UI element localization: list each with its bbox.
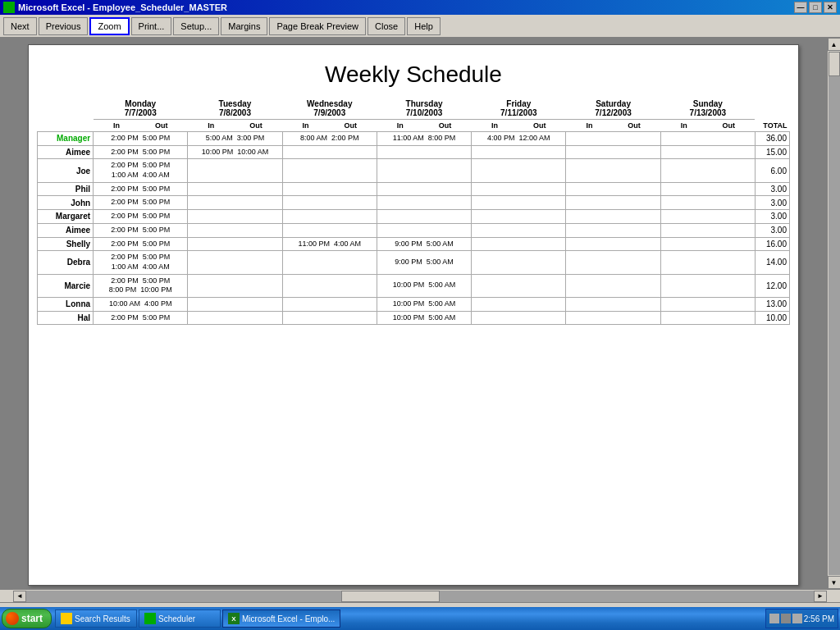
page-area[interactable]: Weekly Schedule Monday 7/7/2003 Tuesday … [0, 38, 827, 589]
monday-cell: 2:00 PM 5:00 PM8:00 PM 10:00 PM [94, 274, 188, 297]
thursday-cell [377, 159, 471, 182]
monday-cell: 2:00 PM 5:00 PM1:00 AM 4:00 AM [94, 159, 188, 182]
taskbar-items: Search Results Scheduler X Microsoft Exc… [55, 609, 765, 628]
horizontal-scrollbar[interactable]: ◄ ► [0, 589, 840, 602]
print-page: Weekly Schedule Monday 7/7/2003 Tuesday … [28, 44, 799, 586]
sunday-cell [660, 159, 755, 182]
total-cell: 6.00 [755, 159, 789, 182]
vertical-scrollbar[interactable]: ▲ ▼ [827, 38, 840, 589]
thursday-cell: 10:00 PM 5:00 AM [377, 311, 471, 325]
sunday-cell [660, 237, 755, 251]
wednesday-cell [282, 311, 377, 325]
friday-cell [472, 182, 566, 196]
total-cell: 3.00 [755, 210, 789, 224]
monday-cell: 2:00 PM 5:00 PM [94, 132, 188, 146]
wednesday-cell [282, 297, 377, 311]
previous-button[interactable]: Previous [39, 17, 89, 35]
margins-button[interactable]: Margins [221, 17, 267, 35]
title-bar: Microsoft Excel - Employee_Scheduler_MAS… [0, 0, 840, 15]
scroll-track[interactable] [829, 52, 840, 575]
help-button[interactable]: Help [407, 17, 441, 35]
friday-cell [472, 237, 566, 251]
start-button[interactable]: start [2, 609, 52, 628]
maximize-button[interactable]: □ [809, 2, 822, 13]
taskbar-scheduler-label: Scheduler [158, 614, 195, 623]
wednesday-cell [282, 223, 377, 237]
close-preview-button[interactable]: Close [368, 17, 405, 35]
monday-cell: 2:00 PM 5:00 PM [94, 196, 188, 210]
monday-cell: 2:00 PM 5:00 PM1:00 AM 4:00 AM [94, 251, 188, 274]
wednesday-cell [282, 196, 377, 210]
page-break-preview-button[interactable]: Page Break Preview [269, 17, 366, 35]
tuesday-header: Tuesday 7/8/2003 [188, 98, 282, 120]
employee-name: Shelly [38, 237, 94, 251]
tuesday-cell [188, 196, 282, 210]
setup-button[interactable]: Setup... [173, 17, 219, 35]
thursday-cell [377, 223, 471, 237]
excel-icon: X [228, 613, 240, 624]
employee-name: Aimee [38, 145, 94, 159]
saturday-cell [566, 145, 660, 159]
wednesday-cell [282, 145, 377, 159]
close-button[interactable]: ✕ [824, 2, 837, 13]
thursday-header: Thursday 7/10/2003 [377, 98, 471, 120]
saturday-cell [566, 311, 660, 325]
friday-cell [472, 223, 566, 237]
taskbar-excel[interactable]: X Microsoft Excel - Emplo... [222, 609, 340, 628]
monday-cell: 10:00 AM 4:00 PM [94, 297, 188, 311]
total-header: TOTAL [755, 120, 789, 132]
saturday-cell [566, 223, 660, 237]
table-row: Aimee 2:00 PM 5:00 PM 10:00 PM 10:00 AM … [38, 145, 790, 159]
h-scroll-thumb[interactable] [341, 591, 440, 602]
monday-cell: 2:00 PM 5:00 PM [94, 145, 188, 159]
table-row: Margaret 2:00 PM 5:00 PM 3.00 [38, 210, 790, 224]
saturday-cell [566, 210, 660, 224]
print-button[interactable]: Print... [131, 17, 172, 35]
scroll-right-button[interactable]: ► [814, 591, 827, 602]
taskbar-search-results[interactable]: Search Results [55, 609, 137, 628]
next-button[interactable]: Next [3, 17, 37, 35]
sunday-cell [660, 274, 755, 297]
wednesday-cell [282, 251, 377, 274]
table-row: Hal 2:00 PM 5:00 PM 10:00 PM 5:00 AM 10.… [38, 311, 790, 325]
wednesday-cell [282, 274, 377, 297]
tuesday-cell: 5:00 AM 3:00 PM [188, 132, 282, 146]
taskbar-scheduler[interactable]: Scheduler [139, 609, 221, 628]
monday-in-out: InOut [94, 120, 188, 132]
sunday-cell [660, 145, 755, 159]
monday-cell: 2:00 PM 5:00 PM [94, 210, 188, 224]
saturday-cell [566, 159, 660, 182]
taskbar-excel-label: Microsoft Excel - Emplo... [242, 614, 335, 623]
zoom-button[interactable]: Zoom [89, 17, 129, 35]
thursday-cell [377, 145, 471, 159]
total-cell: 12.00 [755, 274, 789, 297]
employee-name: Lonna [38, 297, 94, 311]
thursday-cell: 10:00 PM 5:00 AM [377, 297, 471, 311]
minimize-button[interactable]: — [794, 2, 807, 13]
sunday-cell [660, 182, 755, 196]
window-controls: — □ ✕ [794, 2, 837, 13]
system-time: 2:56 PM [804, 614, 834, 623]
tray-icon-1 [769, 614, 779, 623]
scroll-up-button[interactable]: ▲ [828, 38, 841, 51]
total-cell: 14.00 [755, 251, 789, 274]
friday-cell [472, 196, 566, 210]
scroll-thumb[interactable] [829, 52, 840, 76]
h-scroll-track[interactable] [26, 591, 814, 602]
taskbar-search-label: Search Results [75, 614, 130, 623]
friday-cell [472, 159, 566, 182]
tuesday-cell [188, 311, 282, 325]
tuesday-cell: 10:00 PM 10:00 AM [188, 145, 282, 159]
thursday-cell [377, 196, 471, 210]
table-row: Lonna 10:00 AM 4:00 PM 10:00 PM 5:00 AM … [38, 297, 790, 311]
total-cell: 36.00 [755, 132, 789, 146]
table-row: Manager 2:00 PM 5:00 PM 5:00 AM 3:00 PM … [38, 132, 790, 146]
total-cell: 16.00 [755, 237, 789, 251]
friday-cell [472, 311, 566, 325]
saturday-cell [566, 196, 660, 210]
scroll-down-button[interactable]: ▼ [828, 576, 841, 589]
employee-name: John [38, 196, 94, 210]
friday-cell [472, 274, 566, 297]
table-row: Shelly 2:00 PM 5:00 PM 11:00 PM 4:00 AM … [38, 237, 790, 251]
scroll-left-button[interactable]: ◄ [13, 591, 26, 602]
